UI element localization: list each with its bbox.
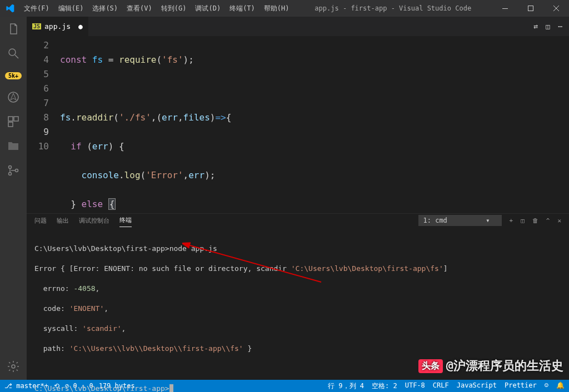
panel-tab-terminal[interactable]: 终端 <box>119 214 132 227</box>
menu-edit[interactable]: 编辑(E) <box>54 4 88 13</box>
extensions-icon[interactable] <box>7 115 20 128</box>
folder-icon[interactable] <box>7 139 20 153</box>
debug-icon[interactable] <box>7 91 20 104</box>
activity-bar: 5k+ <box>0 17 27 380</box>
svg-rect-5 <box>14 117 18 121</box>
panel-tab-debugconsole[interactable]: 调试控制台 <box>79 214 109 227</box>
javascript-icon: JS <box>32 23 41 29</box>
svg-rect-4 <box>8 117 13 121</box>
svg-point-9 <box>16 169 18 172</box>
bottom-panel: 问题 输出 调试控制台 终端 1: cmd▾ + ◫ 🗑 ^ ✕ C:\User… <box>27 213 569 380</box>
more-icon[interactable]: ⋯ <box>558 22 562 31</box>
vscode-logo-icon <box>0 4 19 13</box>
menu-bar: 文件(F) 编辑(E) 选择(S) 查看(V) 转到(G) 调试(D) 终端(T… <box>19 4 294 13</box>
window-title: app.js - first-app - Visual Studio Code <box>294 4 493 12</box>
menu-terminal[interactable]: 终端(T) <box>225 4 259 13</box>
close-panel-icon[interactable]: ✕ <box>557 217 561 224</box>
minimap[interactable] <box>547 36 569 213</box>
svg-point-10 <box>12 365 15 368</box>
svg-rect-0 <box>502 8 508 9</box>
panel-tab-output[interactable]: 输出 <box>57 214 69 227</box>
terminal-selector[interactable]: 1: cmd▾ <box>418 215 502 226</box>
terminal-cursor <box>169 384 173 392</box>
panel-tabs: 问题 输出 调试控制台 终端 1: cmd▾ + ◫ 🗑 ^ ✕ <box>27 214 569 227</box>
explorer-icon[interactable] <box>7 22 20 36</box>
watermark: 头条 @沪漂程序员的生活史 <box>418 358 563 374</box>
tab-label: app.js <box>44 22 71 31</box>
split-terminal-icon[interactable]: ◫ <box>521 217 525 224</box>
svg-point-8 <box>9 173 12 175</box>
menu-help[interactable]: 帮助(H) <box>259 4 294 13</box>
menu-file[interactable]: 文件(F) <box>19 4 54 13</box>
svg-rect-6 <box>8 122 13 127</box>
editor-tabs: JS app.js ● ⇄ ◫ ⋯ <box>27 17 569 36</box>
svg-point-2 <box>9 49 16 56</box>
search-icon[interactable] <box>7 47 20 60</box>
minimize-button[interactable] <box>492 0 518 17</box>
compare-icon[interactable]: ⇄ <box>534 22 538 31</box>
new-terminal-icon[interactable]: + <box>510 217 513 224</box>
maximize-button[interactable] <box>518 0 543 17</box>
code-content[interactable]: const fs = require('fs'); fs.readdir('./… <box>60 36 547 213</box>
line-numbers: 245678910 <box>27 36 60 213</box>
split-editor-icon[interactable]: ◫ <box>546 22 550 31</box>
menu-go[interactable]: 转到(G) <box>157 4 191 13</box>
svg-rect-1 <box>528 6 533 11</box>
menu-debug[interactable]: 调试(D) <box>191 4 225 13</box>
maximize-panel-icon[interactable]: ^ <box>546 217 550 224</box>
kill-terminal-icon[interactable]: 🗑 <box>532 217 538 224</box>
git-icon[interactable] <box>7 164 20 177</box>
close-button[interactable] <box>543 0 569 17</box>
svg-point-7 <box>9 166 12 169</box>
menu-selection[interactable]: 选择(S) <box>88 4 122 13</box>
settings-icon[interactable] <box>7 360 20 373</box>
code-editor[interactable]: 245678910 const fs = require('fs'); fs.r… <box>27 36 569 213</box>
tab-dirty-icon[interactable]: ● <box>78 22 83 31</box>
panel-tab-problems[interactable]: 问题 <box>34 214 47 227</box>
wakatime-badge[interactable]: 5k+ <box>5 71 22 79</box>
titlebar: 文件(F) 编辑(E) 选择(S) 查看(V) 转到(G) 调试(D) 终端(T… <box>0 0 569 17</box>
tab-app-js[interactable]: JS app.js ● <box>27 17 88 36</box>
menu-view[interactable]: 查看(V) <box>122 4 157 13</box>
